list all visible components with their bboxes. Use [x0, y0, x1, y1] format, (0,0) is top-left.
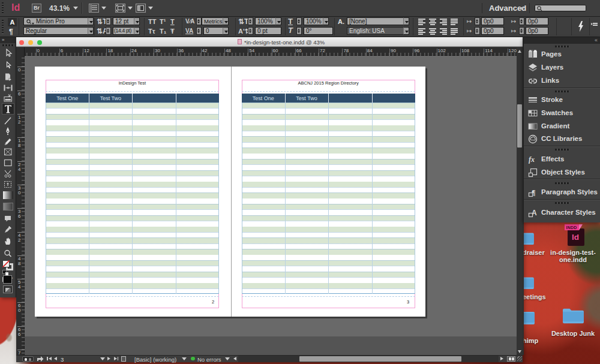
- svg-text:fx: fx: [529, 155, 535, 164]
